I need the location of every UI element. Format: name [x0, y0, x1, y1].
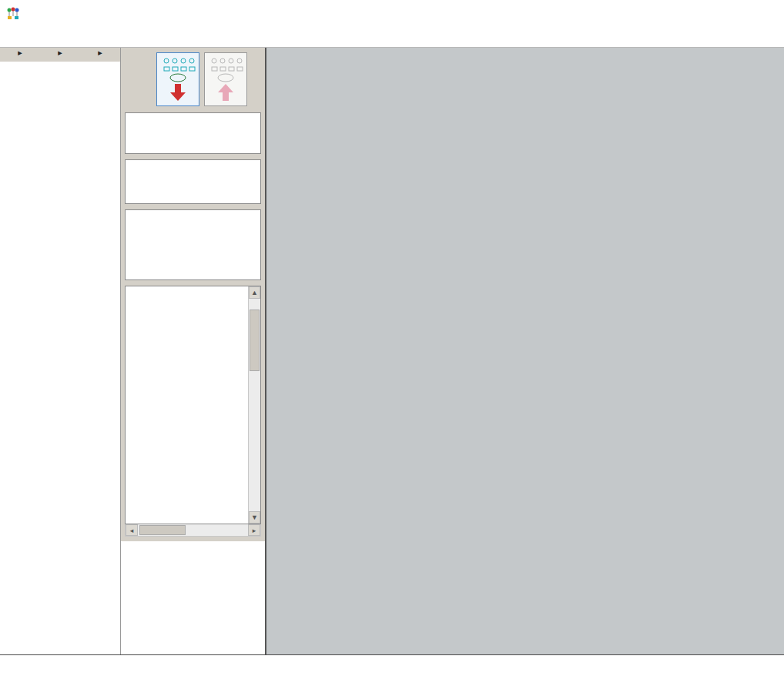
toolbox: ▸ ▸ ▸ — [0, 48, 120, 654]
titlebar — [0, 0, 784, 28]
view-buttons — [121, 48, 265, 111]
pane-grip-icon[interactable]: ▸ — [0, 48, 40, 62]
maximize-button[interactable] — [713, 0, 749, 28]
scroll-left-icon[interactable]: ◂ — [126, 524, 138, 536]
h-scrollbar-thumb[interactable] — [139, 525, 186, 535]
drawing-canvas[interactable] — [266, 48, 784, 654]
scrollbar-thumb[interactable] — [250, 310, 260, 371]
scroll-right-icon[interactable]: ▸ — [248, 524, 260, 536]
pane-grip-icon[interactable]: ▸ — [40, 48, 80, 62]
menubar — [0, 28, 784, 48]
log-list — [126, 286, 248, 524]
view-input-path-diagram-button[interactable] — [156, 52, 199, 106]
minimize-button[interactable] — [678, 0, 713, 28]
amos-window: ▸ ▸ ▸ — [0, 0, 784, 676]
h-scrollbar-track[interactable] — [138, 524, 248, 536]
status-bar — [0, 654, 784, 676]
tab-bar — [266, 638, 784, 654]
log-vertical-scrollbar[interactable]: ▲ ▼ — [248, 286, 260, 524]
toolbox-filler — [0, 62, 120, 654]
pane-grip-icon[interactable]: ▸ — [80, 48, 120, 62]
scroll-up-icon[interactable]: ▲ — [249, 286, 260, 299]
scroll-down-icon[interactable]: ▼ — [249, 511, 260, 524]
estimates-list — [125, 209, 261, 280]
panel-filler — [121, 541, 265, 654]
view-output-path-diagram-button[interactable] — [204, 52, 247, 106]
groups-list — [125, 112, 261, 154]
app-icon — [6, 7, 20, 21]
path-diagram-svg[interactable] — [266, 48, 784, 638]
input-path-diagram-icon — [160, 56, 196, 102]
models-list — [125, 159, 261, 204]
log-horizontal-scrollbar[interactable]: ◂ ▸ — [125, 524, 261, 537]
scrollbar-track[interactable] — [249, 299, 260, 511]
log-panel: ▲ ▼ — [125, 286, 261, 524]
toolbox-grip-row: ▸ ▸ ▸ — [0, 48, 120, 62]
close-button[interactable] — [749, 0, 784, 28]
output-path-diagram-icon — [208, 56, 243, 102]
control-panel: ▲ ▼ ◂ ▸ — [120, 48, 266, 654]
